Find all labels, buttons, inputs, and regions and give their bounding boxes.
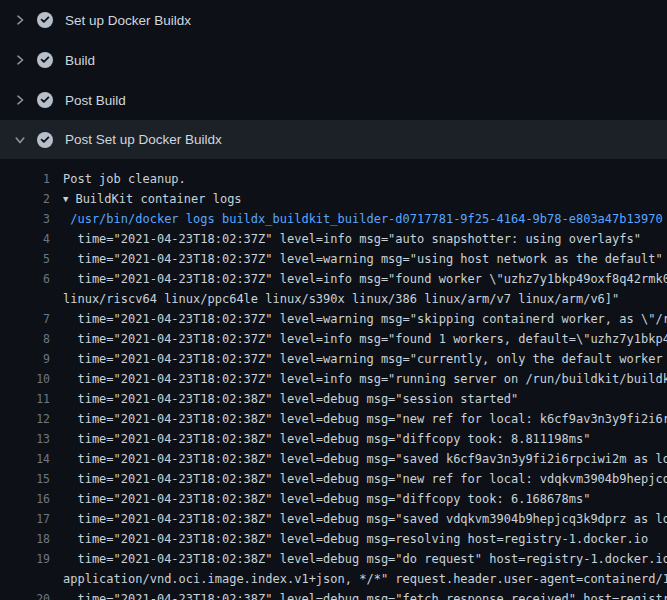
log-line-text: application/vnd.oci.image.index.v1+json,… [63,569,667,589]
log-line-text: time="2021-04-23T18:02:37Z" level=info m… [63,329,667,349]
log-line-text: time="2021-04-23T18:02:38Z" level=debug … [63,429,667,449]
log-line: 13 time="2021-04-23T18:02:38Z" level=deb… [0,429,667,449]
log-line-number[interactable]: 2 [0,189,50,209]
chevron-right-icon[interactable] [12,92,28,108]
log-line: 9 time="2021-04-23T18:02:37Z" level=warn… [0,349,667,369]
log-line-text: time="2021-04-23T18:02:38Z" level=debug … [63,489,667,509]
log-line-number[interactable]: 3 [0,209,50,229]
log-line: 17 time="2021-04-23T18:02:38Z" level=deb… [0,509,667,529]
log-line-number[interactable]: 8 [0,329,50,349]
step-header-set-up-docker-buildx[interactable]: Set up Docker Buildx [0,0,667,40]
log-line-continuation: application/vnd.oci.image.index.v1+json,… [0,569,667,589]
log-line: 6 time="2021-04-23T18:02:37Z" level=info… [0,269,667,289]
log-line: 7 time="2021-04-23T18:02:37Z" level=warn… [0,309,667,329]
log-group-header[interactable]: ▼BuildKit container logs [63,189,667,210]
log-line-text: time="2021-04-23T18:02:37Z" level=warnin… [63,249,667,269]
log-line: 16 time="2021-04-23T18:02:38Z" level=deb… [0,489,667,509]
log-command-text: /usr/bin/docker logs buildx_buildkit_bui… [63,209,667,229]
step-header-post-set-up-docker-buildx[interactable]: Post Set up Docker Buildx [0,120,667,159]
step-header-build[interactable]: Build [0,40,667,80]
log-line-number[interactable]: 15 [0,469,50,489]
log-line-text: Post job cleanup. [63,169,667,189]
log-line: 3 /usr/bin/docker logs buildx_buildkit_b… [0,209,667,229]
log-line: 20 time="2021-04-23T18:02:38Z" level=deb… [0,589,667,600]
log-line-text: time="2021-04-23T18:02:37Z" level=warnin… [63,309,667,329]
log-line-number[interactable]: 7 [0,309,50,329]
log-line-text: time="2021-04-23T18:02:38Z" level=debug … [63,529,667,549]
log-group-title: BuildKit container logs [75,192,241,206]
log-line-text: time="2021-04-23T18:02:38Z" level=debug … [63,389,667,409]
log-line-continuation: linux/riscv64 linux/ppc64le linux/s390x … [0,289,667,309]
log-line-number[interactable]: 4 [0,229,50,249]
log-line-number[interactable]: 9 [0,349,50,369]
log-line-number[interactable]: 10 [0,369,50,389]
chevron-down-icon[interactable] [12,132,28,148]
check-circle-icon [37,132,53,148]
log-line: 8 time="2021-04-23T18:02:37Z" level=info… [0,329,667,349]
chevron-right-icon[interactable] [12,52,28,68]
log-line-number[interactable]: 6 [0,269,50,289]
step-header-post-build[interactable]: Post Build [0,80,667,120]
log-line-number[interactable]: 19 [0,549,50,569]
log-line-number[interactable]: 5 [0,249,50,269]
log-line: 19 time="2021-04-23T18:02:38Z" level=deb… [0,549,667,569]
chevron-right-icon[interactable] [12,12,28,28]
log-line-number[interactable]: 17 [0,509,50,529]
log-line-text: time="2021-04-23T18:02:38Z" level=debug … [63,469,667,489]
log-line: 10 time="2021-04-23T18:02:37Z" level=inf… [0,369,667,389]
log-line-text: time="2021-04-23T18:02:37Z" level=info m… [63,229,667,249]
check-circle-icon [37,92,53,108]
log-line: 15 time="2021-04-23T18:02:38Z" level=deb… [0,469,667,489]
log-line: 12 time="2021-04-23T18:02:38Z" level=deb… [0,409,667,429]
log-line: 11 time="2021-04-23T18:02:38Z" level=deb… [0,389,667,409]
log-line-text: linux/riscv64 linux/ppc64le linux/s390x … [63,289,667,309]
log-line-text: time="2021-04-23T18:02:37Z" level=info m… [63,269,667,289]
log-line-number[interactable]: 13 [0,429,50,449]
log-line-number[interactable]: 14 [0,449,50,469]
log-line-number[interactable]: 12 [0,409,50,429]
check-circle-icon [37,12,53,28]
log-line-text: time="2021-04-23T18:02:38Z" level=debug … [63,549,667,569]
log-line: 4 time="2021-04-23T18:02:37Z" level=info… [0,229,667,249]
collapse-caret-icon[interactable]: ▼ [63,189,68,209]
step-title: Build [65,53,95,68]
log-line: 2▼BuildKit container logs [0,189,667,209]
log-line-text: time="2021-04-23T18:02:37Z" level=info m… [63,369,667,389]
log-line: 18 time="2021-04-23T18:02:38Z" level=deb… [0,529,667,549]
log-line-number[interactable]: 11 [0,389,50,409]
step-title: Post Set up Docker Buildx [65,132,222,147]
log-line: 14 time="2021-04-23T18:02:38Z" level=deb… [0,449,667,469]
log-panel: 1Post job cleanup.2▼BuildKit container l… [0,159,667,600]
steps-list: Set up Docker BuildxBuildPost BuildPost … [0,0,667,159]
log-line-number[interactable]: 20 [0,589,50,600]
log-line-text: time="2021-04-23T18:02:37Z" level=warnin… [63,349,667,369]
log-line-number[interactable]: 1 [0,169,50,189]
log-line: 5 time="2021-04-23T18:02:37Z" level=warn… [0,249,667,269]
step-title: Post Build [65,93,126,108]
log-line-text: time="2021-04-23T18:02:38Z" level=debug … [63,409,667,429]
log-line-text: time="2021-04-23T18:02:38Z" level=debug … [63,449,667,469]
log-line-number[interactable]: 18 [0,529,50,549]
log-line-number[interactable]: 16 [0,489,50,509]
step-title: Set up Docker Buildx [65,13,191,28]
log-line-text: time="2021-04-23T18:02:38Z" level=debug … [63,589,667,600]
check-circle-icon [37,52,53,68]
log-line-text: time="2021-04-23T18:02:38Z" level=debug … [63,509,667,529]
actions-log-viewer: Set up Docker BuildxBuildPost BuildPost … [0,0,667,600]
log-line: 1Post job cleanup. [0,169,667,189]
